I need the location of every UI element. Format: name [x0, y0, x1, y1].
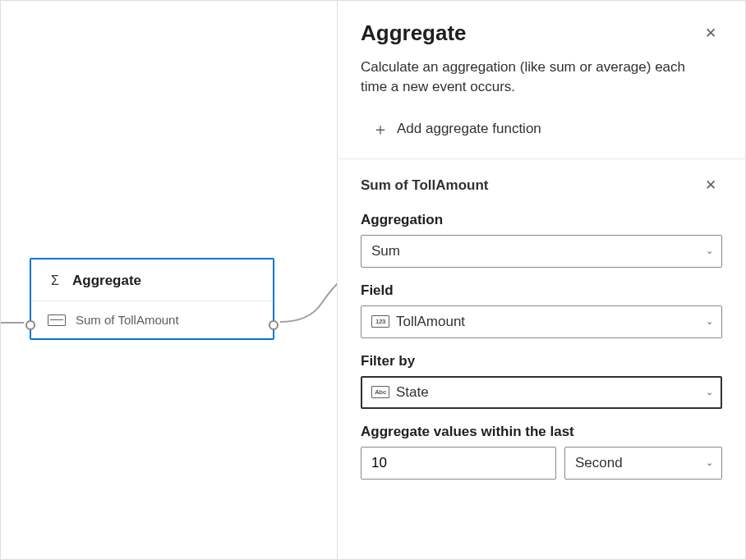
properties-panel: Aggregate ✕ Calculate an aggregation (li…	[338, 1, 745, 559]
add-aggregate-label: Add aggregate function	[397, 121, 541, 137]
chevron-down-icon: ⌄	[706, 457, 713, 468]
edge-incoming	[1, 322, 24, 324]
time-window-label: Aggregate values within the last	[361, 424, 722, 440]
chevron-down-icon: ⌄	[706, 246, 713, 256]
aggregation-label: Aggregation	[361, 212, 722, 228]
aggregate-section: Sum of TollAmount ✕ Aggregation Sum ⌄ Fi…	[338, 159, 745, 503]
aggregation-dropdown[interactable]: Sum ⌄	[361, 235, 722, 268]
port-output[interactable]	[269, 320, 279, 330]
chevron-down-icon: ⌄	[706, 316, 713, 327]
aggregate-node[interactable]: Σ Aggregate Sum of TollAmount	[30, 258, 274, 340]
section-title: Sum of TollAmount	[361, 177, 489, 194]
port-input[interactable]	[25, 320, 35, 330]
add-aggregate-button[interactable]: ＋ Add aggregate function	[361, 115, 722, 158]
time-unit-value: Second	[575, 455, 623, 471]
canvas-area[interactable]: Σ Aggregate Sum of TollAmount	[1, 1, 338, 559]
node-title: Aggregate	[72, 273, 141, 289]
chevron-down-icon: ⌄	[706, 387, 713, 397]
node-header: Σ Aggregate	[31, 259, 273, 301]
time-value-input[interactable]	[361, 447, 556, 480]
aggregate-field-icon	[48, 314, 66, 326]
node-field-label: Sum of TollAmount	[76, 313, 179, 327]
close-icon: ✕	[705, 177, 716, 194]
sigma-icon: Σ	[48, 273, 62, 288]
field-label: Field	[361, 282, 722, 299]
aggregation-value: Sum	[371, 243, 400, 259]
plus-icon: ＋	[372, 118, 389, 140]
panel-title: Aggregate	[361, 21, 467, 46]
time-unit-dropdown[interactable]: Second ⌄	[564, 447, 722, 480]
remove-aggregate-button[interactable]: ✕	[699, 174, 722, 197]
field-value: TollAmount	[396, 314, 465, 330]
node-body: Sum of TollAmount	[31, 301, 273, 338]
close-icon: ✕	[705, 25, 716, 42]
panel-description: Calculate an aggregation (like sum or av…	[361, 57, 706, 97]
text-type-icon: Abc	[371, 386, 389, 398]
close-panel-button[interactable]: ✕	[699, 22, 722, 45]
filter-by-label: Filter by	[361, 353, 722, 370]
panel-header: Aggregate ✕ Calculate an aggregation (li…	[338, 1, 745, 158]
filter-by-value: State	[396, 384, 429, 401]
edge-outgoing	[280, 283, 338, 323]
numeric-type-icon: 123	[371, 315, 389, 328]
field-dropdown[interactable]: 123 TollAmount ⌄	[361, 305, 722, 338]
filter-by-dropdown[interactable]: Abc State ⌄	[361, 376, 722, 409]
